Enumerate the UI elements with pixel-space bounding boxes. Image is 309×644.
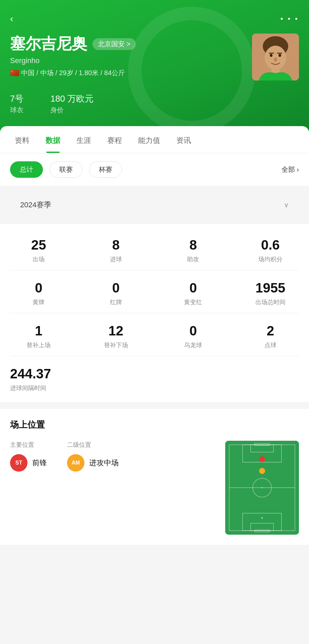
- big-stat-value: 244.37: [10, 366, 299, 381]
- stats-section: 25 出场 8 进球 8 助攻 0.6 场均积分 0 黄牌 0 红牌 0 黄变红: [0, 224, 309, 402]
- stat-label-own-goal: 乌龙球: [184, 342, 202, 348]
- stat-label-sub-in: 替补上场: [26, 342, 51, 348]
- secondary-position-col: 二级位置 AM 进攻中场: [67, 441, 119, 478]
- hero-content: 塞尔吉尼奥 北京国安 > Serginho 🇨🇳 中国 / 中场 / 29岁 /…: [10, 34, 299, 115]
- stat-red: 0 红牌: [77, 270, 155, 313]
- tabs-container: 资料 数据 生涯 赛程 能力值 资讯 总计 联赛 杯赛 全部 ›: [0, 126, 309, 186]
- secondary-position-label: 二级位置: [67, 441, 119, 449]
- flag-icon: 🇨🇳: [10, 69, 19, 77]
- filter-league[interactable]: 联赛: [50, 161, 82, 178]
- tab-data[interactable]: 数据: [38, 126, 68, 153]
- jersey-stat: 7号 球衣: [10, 87, 23, 115]
- stat-sub-out: 12 替补下场: [77, 313, 155, 356]
- stat-value-avg-score: 0.6: [235, 237, 306, 253]
- filter-row: 总计 联赛 杯赛 全部 ›: [0, 153, 309, 186]
- filter-all[interactable]: 全部 ›: [282, 165, 299, 174]
- secondary-position-item: AM 进攻中场: [67, 454, 119, 472]
- stat-avg-score: 0.6 场均积分: [232, 227, 309, 270]
- stat-label-yellow-red: 黄变红: [184, 299, 202, 306]
- chevron-down-icon: ∨: [284, 201, 289, 209]
- stat-value-appearances: 25: [3, 237, 74, 253]
- tab-schedule[interactable]: 赛程: [99, 126, 130, 153]
- stat-value-sub-out: 12: [81, 323, 151, 338]
- svg-rect-5: [269, 53, 274, 54]
- primary-position-item: ST 前锋: [10, 454, 47, 472]
- primary-position-label: 主要位置: [10, 441, 47, 449]
- field-svg: [225, 441, 299, 535]
- position-columns: 主要位置 ST 前锋 二级位置 AM 进攻中场: [10, 441, 215, 478]
- svg-point-4: [279, 54, 281, 57]
- svg-point-3: [270, 54, 272, 57]
- season-selector[interactable]: 2024赛季 ∨: [10, 193, 299, 217]
- stat-assists: 8 助攻: [154, 227, 232, 270]
- big-stat: 244.37 进球间隔时间: [0, 356, 309, 395]
- stat-value-goals: 8: [81, 237, 151, 253]
- team-badge[interactable]: 北京国安 >: [92, 38, 136, 50]
- svg-point-23: [259, 468, 265, 474]
- primary-position-col: 主要位置 ST 前锋: [10, 441, 47, 478]
- svg-rect-6: [277, 53, 282, 54]
- player-meta-text: 中国 / 中场 / 29岁 / 1.80米 / 84公斤: [21, 68, 125, 77]
- jersey-sublabel: 球衣: [10, 106, 23, 115]
- stat-goals: 8 进球: [77, 227, 155, 270]
- hero-top-bar: ‹ • • •: [10, 13, 299, 24]
- hero-section: ‹ • • • 塞尔吉尼奥 北京国安 > Serginho 🇨🇳 中国 / 中场…: [0, 0, 309, 131]
- secondary-position-badge: AM: [67, 454, 84, 472]
- stat-label-appearances: 出场: [33, 256, 45, 263]
- hero-name-row: 塞尔吉尼奥 北京国安 >: [10, 34, 252, 54]
- position-info: 主要位置 ST 前锋 二级位置 AM 进攻中场: [10, 441, 215, 478]
- stats-row-2: 0 黄牌 0 红牌 0 黄变红 1955 出场总时间: [0, 270, 309, 313]
- stat-appearances: 25 出场: [0, 227, 77, 270]
- stat-value-yellow-red: 0: [158, 280, 229, 296]
- filter-cup[interactable]: 杯赛: [89, 161, 122, 178]
- player-avatar: [252, 34, 299, 80]
- filter-total[interactable]: 总计: [10, 161, 43, 178]
- player-meta: 🇨🇳 中国 / 中场 / 29岁 / 1.80米 / 84公斤: [10, 68, 252, 77]
- stat-label-assists: 助攻: [187, 256, 199, 263]
- back-button[interactable]: ‹: [10, 13, 13, 24]
- stat-yellow: 0 黄牌: [0, 270, 77, 313]
- stat-label-goals: 进球: [110, 256, 122, 263]
- stat-value-penalty: 2: [235, 323, 306, 338]
- field-diagram: [225, 441, 299, 535]
- stat-value-own-goal: 0: [158, 323, 229, 338]
- svg-point-21: [261, 517, 263, 519]
- jersey-number: 7号: [10, 87, 23, 104]
- svg-point-7: [274, 58, 277, 62]
- tab-career[interactable]: 生涯: [68, 126, 99, 153]
- more-button[interactable]: • • •: [281, 14, 299, 23]
- tabs: 资料 数据 生涯 赛程 能力值 资讯: [0, 126, 309, 153]
- tab-info[interactable]: 资料: [7, 126, 38, 153]
- player-name: 塞尔吉尼奥: [10, 34, 87, 54]
- market-value-label: 身价: [50, 106, 94, 115]
- stat-value-yellow: 0: [3, 280, 74, 296]
- position-content: 主要位置 ST 前锋 二级位置 AM 进攻中场: [10, 441, 299, 535]
- position-section: 场上位置 主要位置 ST 前锋 二级位置 AM 进攻中场: [0, 409, 309, 545]
- primary-position-badge: ST: [10, 454, 27, 472]
- stat-label-minutes: 出场总时间: [255, 299, 286, 306]
- stat-value-red: 0: [81, 280, 151, 296]
- stat-label-red: 红牌: [110, 299, 122, 306]
- tab-ability[interactable]: 能力值: [130, 126, 168, 153]
- svg-point-13: [261, 487, 263, 488]
- hero-stats: 7号 球衣 180 万欧元 身价: [10, 87, 252, 115]
- position-title: 场上位置: [10, 419, 299, 431]
- season-label: 2024赛季: [20, 200, 51, 210]
- stat-own-goal: 0 乌龙球: [154, 313, 232, 356]
- secondary-position-name: 进攻中场: [89, 458, 119, 468]
- player-name-en: Serginho: [10, 56, 252, 65]
- svg-point-22: [259, 456, 265, 462]
- stat-sub-in: 1 替补上场: [0, 313, 77, 356]
- stat-value-assists: 8: [158, 237, 229, 253]
- big-stat-label: 进球间隔时间: [10, 384, 299, 392]
- tab-news[interactable]: 资讯: [168, 126, 199, 153]
- stat-penalty: 2 点球: [232, 313, 309, 356]
- hero-info: 塞尔吉尼奥 北京国安 > Serginho 🇨🇳 中国 / 中场 / 29岁 /…: [10, 34, 252, 115]
- stat-yellow-red: 0 黄变红: [154, 270, 232, 313]
- market-value: 180 万欧元: [50, 87, 94, 104]
- primary-position-name: 前锋: [32, 458, 47, 468]
- stat-value-sub-in: 1: [3, 323, 74, 338]
- avatar-svg: [252, 34, 299, 80]
- stat-label-sub-out: 替补下场: [104, 342, 128, 348]
- stats-row-1: 25 出场 8 进球 8 助攻 0.6 场均积分: [0, 227, 309, 270]
